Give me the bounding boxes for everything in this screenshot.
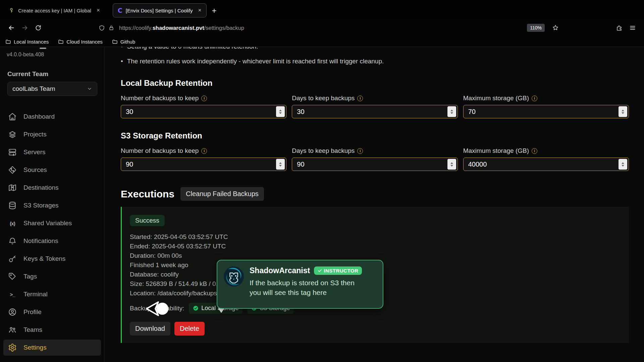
bookmark-local-instances[interactable]: Local Instances (5, 39, 49, 45)
team-select[interactable]: coolLabs Team (7, 82, 97, 96)
coolify-logo-clipped (40, 48, 46, 49)
close-icon[interactable]: × (198, 7, 202, 14)
browser-tab-bar: Create access key | IAM | Global × C [En… (0, 0, 644, 19)
tab-title: Create access key | IAM | Global (18, 8, 91, 13)
local-days-keep-input[interactable] (292, 105, 458, 118)
number-spinner[interactable] (447, 106, 456, 117)
tab-coolify[interactable]: C [Envix Docs] Settings | Coolify × (113, 3, 207, 17)
sidebar-item-label: Servers (23, 148, 45, 156)
number-spinner[interactable] (447, 159, 456, 170)
tab-iam[interactable]: Create access key | IAM | Global × (5, 3, 105, 17)
cleanup-failed-backups-button[interactable]: Cleanup Failed Backups (180, 187, 264, 201)
info-icon[interactable]: i (201, 148, 207, 154)
local-max-storage-input[interactable] (463, 105, 629, 118)
menu-button[interactable] (626, 22, 639, 34)
sidebar-item-label: Tags (23, 273, 37, 280)
check-circle-icon (193, 305, 199, 311)
layers-icon (8, 130, 17, 139)
variable-icon: (x) (8, 221, 17, 226)
shield-icon[interactable] (99, 25, 105, 31)
url-bar[interactable]: https://coolify.shadowarcanist.pvt/setti… (95, 21, 562, 35)
s3-days-keep-input[interactable] (292, 158, 458, 171)
folder-icon (112, 39, 118, 45)
new-tab-button[interactable]: + (212, 6, 217, 15)
sidebar-item-servers[interactable]: Servers (3, 144, 101, 160)
sidebar-item-s3-storages[interactable]: S3 Storages (3, 197, 101, 214)
info-icon[interactable]: i (532, 96, 537, 101)
number-spinner[interactable] (276, 106, 285, 117)
sidebar-item-label: Keys & Tokens (23, 255, 65, 262)
instructor-tooltip: ShadowArcanist INSTRUCTOR If the backup … (217, 260, 383, 309)
bookmark-label: Local Instances (14, 39, 49, 45)
info-icon[interactable]: i (532, 148, 537, 154)
home-icon (8, 112, 17, 121)
folder-icon (58, 39, 64, 45)
bookmark-github[interactable]: Github (112, 39, 135, 45)
detail-ended: Ended: 2025-04-05 03:52:57 UTC (130, 242, 620, 251)
info-icon[interactable]: i (201, 96, 207, 101)
number-spinner[interactable] (619, 159, 627, 170)
sidebar-item-label: Sources (23, 166, 47, 174)
url-text: https://coolify.shadowarcanist.pvt/setti… (119, 25, 244, 31)
local-retention-fields: Number of backups to keepi Days to keep … (121, 95, 629, 118)
bookmark-cloud-instances[interactable]: Cloud Instances (58, 39, 103, 45)
reload-icon (35, 24, 42, 31)
info-icon[interactable]: i (357, 96, 363, 101)
detail-started: Started: 2025-04-05 03:52:57 UTC (130, 232, 620, 242)
retention-note: • The retention rules work independently… (121, 57, 629, 66)
sidebar-item-shared-variables[interactable]: (x) Shared Variables (3, 215, 101, 231)
back-icon (8, 24, 15, 32)
s3-backups-keep-input[interactable] (121, 158, 286, 171)
number-spinner[interactable] (619, 106, 627, 117)
local-backups-keep-input[interactable] (121, 105, 286, 118)
coolify-icon: C (118, 7, 122, 14)
browser-toolbar: https://coolify.shadowarcanist.pvt/setti… (0, 19, 644, 37)
local-retention-title: Local Backup Retention (121, 78, 629, 88)
sidebar-item-settings[interactable]: Settings (3, 340, 101, 356)
sidebar-item-keys-tokens[interactable]: Keys & Tokens (3, 251, 101, 267)
sidebar-item-label: Terminal (23, 291, 48, 298)
close-icon[interactable]: × (97, 7, 100, 14)
s3-max-storage-input[interactable] (463, 158, 629, 171)
extensions-button[interactable] (612, 22, 626, 34)
cursor-annotation (146, 301, 169, 316)
info-icon[interactable]: i (357, 148, 363, 154)
sidebar-item-notifications[interactable]: Notifications (3, 233, 101, 249)
sidebar-item-sources[interactable]: Sources (3, 162, 101, 178)
shadowarcanist-avatar (223, 266, 244, 287)
sidebar-item-label: Destinations (23, 184, 59, 191)
sidebar-item-teams[interactable]: Teams (3, 322, 101, 338)
sidebar: v4.0.0-beta.408 Current Team coolLabs Te… (0, 47, 105, 362)
sidebar-item-label: Dashboard (23, 113, 55, 120)
field-label: Number of backups to keepi (121, 147, 286, 155)
sidebar-item-tags[interactable]: Tags (3, 268, 101, 285)
zoom-level-badge[interactable]: 110% (527, 24, 545, 32)
bell-icon (8, 237, 17, 245)
sidebar-item-projects[interactable]: Projects (3, 126, 101, 142)
tag-icon (8, 272, 17, 281)
sidebar-item-dashboard[interactable]: Dashboard (3, 109, 101, 125)
sidebar-nav: Dashboard Projects Servers Sources Desti… (0, 109, 104, 356)
number-spinner[interactable] (276, 159, 285, 170)
sidebar-item-destinations[interactable]: Destinations (3, 180, 101, 196)
database-icon (8, 201, 17, 210)
check-icon (318, 268, 322, 273)
back-button[interactable] (5, 22, 18, 34)
gear-icon (8, 343, 17, 352)
hamburger-icon (629, 24, 636, 31)
server-icon (8, 148, 17, 157)
download-button[interactable]: Download (130, 322, 170, 336)
field-label: Days to keep backupsi (292, 147, 458, 155)
reload-button[interactable] (32, 22, 45, 34)
key-icon (9, 8, 15, 13)
settings-backup-page: • Setting a value to 0 means unlimited r… (105, 47, 644, 362)
delete-button[interactable]: Delete (174, 322, 205, 336)
sidebar-item-label: Teams (23, 326, 42, 334)
s3-retention-fields: Number of backups to keepi Days to keep … (121, 147, 629, 171)
bookmark-star-icon[interactable] (552, 24, 559, 31)
sidebar-item-terminal[interactable]: >_ Terminal (3, 286, 101, 302)
executions-title: Executions (121, 188, 174, 200)
sidebar-item-label: Profile (23, 308, 42, 316)
sidebar-item-profile[interactable]: Profile (3, 304, 101, 320)
forward-button[interactable] (18, 22, 32, 34)
